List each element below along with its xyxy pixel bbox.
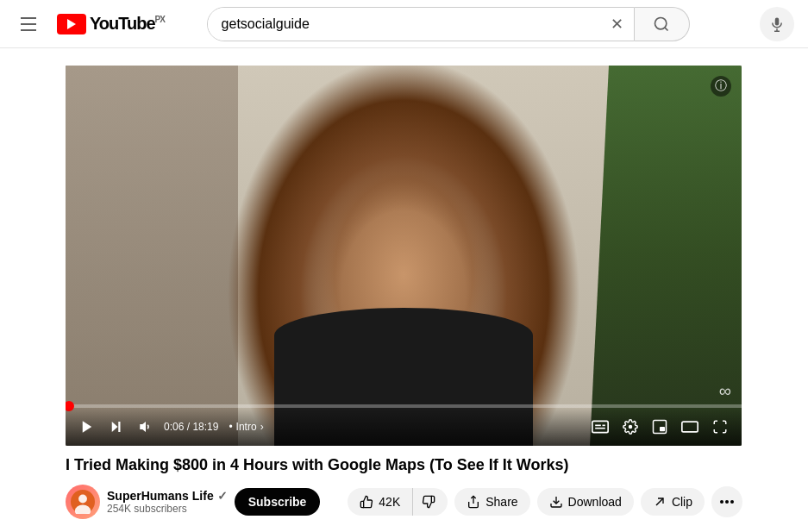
share-label: Share [485, 495, 517, 509]
play-button[interactable] [76, 416, 98, 438]
video-info: I Tried Making $800 in 4 Hours with Goog… [66, 456, 742, 519]
svg-point-22 [720, 500, 723, 504]
svg-line-21 [656, 498, 663, 505]
subscribe-button[interactable]: Subscribe [235, 488, 321, 516]
logo[interactable]: YouTubePX [57, 14, 165, 34]
header-left: YouTubePX [14, 10, 165, 38]
youtube-logo-icon [57, 14, 86, 34]
subscriber-count: 254K subscribers [107, 503, 228, 515]
chapter-name: Intro [236, 421, 257, 433]
svg-point-24 [730, 500, 734, 504]
svg-rect-7 [118, 422, 120, 432]
channel-row: SuperHumans Life ✓ 254K subscribers Subs… [66, 485, 337, 519]
like-button[interactable]: 42K [348, 488, 413, 516]
search-button[interactable] [635, 7, 690, 41]
svg-marker-5 [83, 421, 92, 433]
miniplayer-button[interactable] [648, 416, 671, 438]
logo-px: PX [155, 15, 165, 24]
more-options-button[interactable] [711, 486, 742, 517]
video-info-button[interactable]: ⓘ [711, 76, 731, 97]
youtube-logo-text: YouTubePX [90, 14, 165, 34]
search-input[interactable] [208, 8, 600, 41]
clear-search-button[interactable]: ✕ [600, 8, 634, 41]
svg-rect-9 [592, 421, 608, 432]
svg-point-17 [78, 495, 87, 504]
video-meta: SuperHumans Life ✓ 254K subscribers Subs… [66, 485, 742, 519]
search-bar: ✕ [207, 7, 690, 41]
svg-point-0 [655, 17, 667, 28]
chapter-next-icon[interactable]: › [260, 421, 264, 433]
chapter-info: • Intro › [229, 421, 263, 433]
logo-text-label: YouTube [90, 14, 155, 33]
search-input-wrapper: ✕ [207, 7, 635, 41]
subtitles-button[interactable] [588, 416, 612, 437]
svg-marker-6 [112, 422, 118, 432]
clip-button[interactable]: Clip [641, 488, 705, 516]
svg-line-1 [665, 27, 668, 30]
voice-search-button[interactable] [760, 7, 794, 41]
like-dislike-group: 42K [348, 488, 448, 516]
theater-button[interactable] [678, 416, 702, 438]
channel-info: SuperHumans Life ✓ 254K subscribers [107, 489, 228, 515]
video-title: I Tried Making $800 in 4 Hours with Goog… [66, 456, 742, 474]
like-count: 42K [379, 495, 400, 509]
verified-icon: ✓ [217, 489, 228, 503]
volume-button[interactable] [135, 416, 157, 438]
download-button[interactable]: Download [537, 488, 634, 516]
video-controls: 0:06 / 18:19 • Intro › [66, 408, 742, 446]
menu-icon[interactable] [14, 10, 43, 38]
svg-rect-2 [775, 17, 780, 25]
svg-marker-8 [140, 422, 146, 432]
video-brand-logo: ∞ [719, 381, 731, 401]
fullscreen-button[interactable] [709, 416, 731, 438]
action-buttons: 42K Share [348, 486, 742, 517]
main-content: ⓘ ∞ [0, 48, 808, 519]
total-time: 18:19 [192, 421, 218, 433]
next-button[interactable] [105, 416, 128, 438]
header: YouTubePX ✕ [0, 0, 808, 48]
channel-avatar[interactable] [66, 485, 100, 519]
current-time: 0:06 [164, 421, 184, 433]
controls-right [588, 416, 731, 438]
share-button[interactable]: Share [454, 488, 529, 516]
download-label: Download [568, 495, 622, 509]
video-player[interactable]: ⓘ ∞ [66, 66, 742, 446]
channel-name-text: SuperHumans Life [107, 489, 214, 503]
channel-name[interactable]: SuperHumans Life ✓ [107, 489, 228, 503]
svg-point-23 [725, 500, 729, 504]
svg-rect-14 [660, 427, 665, 431]
clip-label: Clip [672, 495, 692, 509]
svg-rect-15 [682, 422, 698, 432]
dislike-button[interactable] [413, 488, 448, 516]
settings-button[interactable] [619, 416, 642, 438]
time-display: 0:06 / 18:19 [164, 421, 218, 433]
chapter-bullet: • [229, 421, 232, 433]
header-right [760, 7, 794, 41]
